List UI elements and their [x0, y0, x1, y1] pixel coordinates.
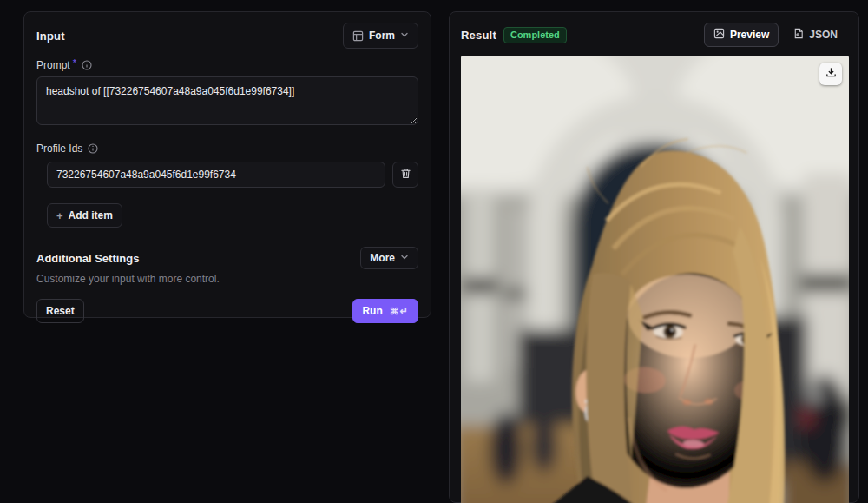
input-panel-title: Input [36, 30, 65, 43]
json-file-icon [793, 28, 804, 42]
json-tab-label: JSON [809, 29, 838, 41]
add-item-label: Add item [69, 209, 113, 222]
input-panel-header: Input Form [36, 23, 418, 49]
additional-settings-description: Customize your input with more control. [36, 273, 418, 285]
preview-tab-label: Preview [730, 29, 769, 41]
run-label: Run [362, 305, 382, 317]
run-shortcut: ⌘↵ [390, 306, 409, 317]
more-label: More [370, 252, 395, 264]
chevron-down-icon [400, 252, 409, 264]
result-header: Result Completed Preview [461, 23, 847, 47]
prompt-label-row: Prompt* [36, 59, 418, 71]
plus-icon: + [56, 209, 63, 222]
download-icon [825, 67, 837, 81]
profile-ids-label: Profile Ids [36, 142, 82, 155]
reset-label: Reset [46, 305, 75, 317]
status-badge: Completed [503, 27, 567, 43]
image-preview-icon [713, 28, 725, 42]
profile-id-row [36, 162, 418, 188]
generated-photo [461, 56, 849, 503]
required-mark: * [73, 57, 76, 68]
run-button[interactable]: Run ⌘↵ [352, 299, 418, 323]
prompt-label: Prompt [36, 59, 70, 71]
more-settings-button[interactable]: More [360, 247, 418, 269]
delete-item-button[interactable] [392, 162, 418, 188]
result-toolbar: Preview JSON [704, 23, 847, 47]
result-panel: Result Completed Preview [449, 11, 859, 503]
form-view-selector[interactable]: Form [343, 23, 418, 49]
result-image[interactable] [461, 56, 849, 503]
preview-tab[interactable]: Preview [704, 23, 779, 47]
result-title: Result [461, 29, 496, 42]
profile-id-input[interactable] [47, 162, 385, 188]
chevron-down-icon [400, 30, 409, 42]
trash-icon [400, 168, 411, 182]
reset-button[interactable]: Reset [36, 299, 84, 323]
additional-settings-header: Additional Settings More [36, 247, 418, 269]
download-button[interactable] [819, 63, 842, 85]
add-item-button[interactable]: + Add item [47, 203, 122, 228]
profile-ids-label-row: Profile Ids [36, 142, 418, 155]
json-tab[interactable]: JSON [784, 23, 847, 47]
input-footer: Reset Run ⌘↵ [36, 299, 418, 323]
additional-settings-title: Additional Settings [36, 252, 139, 265]
layout-form-icon [352, 30, 364, 42]
form-view-label: Form [369, 30, 395, 42]
prompt-input[interactable]: headshot of [[73226754607a48a9a045f6d1e9… [36, 76, 418, 125]
info-icon[interactable] [88, 143, 98, 154]
input-panel: Input Form Prompt* headshot of [[7322675… [23, 11, 431, 318]
info-icon[interactable] [82, 60, 92, 70]
